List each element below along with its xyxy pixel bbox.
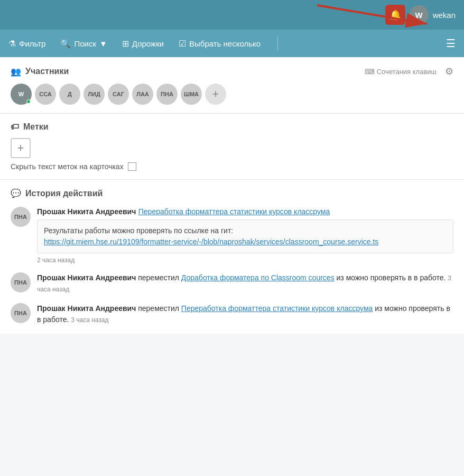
top-bar-right: 🔔 W wekan (385, 5, 456, 25)
member-avatar-ssa[interactable]: ССА (35, 84, 56, 105)
keyboard-icon: ⌨ (365, 68, 375, 76)
menu-button[interactable]: ☰ (446, 37, 456, 50)
activity-section: 💬 История действий ПНА Прошак Никита Анд… (0, 180, 464, 334)
activity-author-3: Прошак Никита Андреевич (37, 304, 136, 313)
labels-section-title: 🏷 Метки (11, 122, 49, 132)
add-member-button[interactable]: + (205, 84, 226, 105)
activity-action2-2: из можно проверять в в работе. (337, 273, 448, 282)
search-label: Поиск (74, 39, 96, 48)
notification-button[interactable]: 🔔 (385, 5, 405, 25)
member-avatar-shma[interactable]: ШМА (181, 84, 202, 105)
keyboard-hint-text: Сочетания клавиш (377, 68, 437, 76)
member-avatar-lid[interactable]: ЛИД (83, 84, 105, 105)
online-indicator (26, 99, 31, 104)
hide-label-text: Скрыть текст меток на карточках (11, 162, 124, 171)
activity-time-1: 2 часа назад (37, 257, 453, 264)
add-label-button[interactable]: + (11, 138, 31, 158)
member-avatar-w[interactable]: W (11, 84, 32, 105)
labels-section: 🏷 Метки + Скрыть текст меток на карточка… (0, 114, 464, 180)
member-avatar-d[interactable]: Д (59, 84, 80, 105)
main-content: 👥 Участники ⌨ Сочетания клавиш ⚙ W ССА Д… (0, 57, 464, 334)
activity-icon: 💬 (11, 188, 21, 198)
hide-label-checkbox[interactable] (128, 162, 136, 171)
lanes-icon: ⊞ (122, 39, 129, 49)
members-section: 👥 Участники ⌨ Сочетания клавиш ⚙ W ССА Д… (0, 57, 464, 114)
members-section-title: 👥 Участники (11, 67, 69, 77)
activity-avatar-2: ПНА (11, 272, 31, 292)
lanes-label: Дорожки (132, 39, 164, 48)
activity-title-text: История действий (25, 189, 103, 198)
activity-card-link-3[interactable]: Переработка форматтера статистики курсов… (181, 304, 373, 313)
activity-content-1: Прошак Никита Андреевич Переработка форм… (37, 207, 453, 264)
select-multiple-button[interactable]: ☑ Выбрать несколько (179, 39, 261, 49)
activity-item-3: ПНА Прошак Никита Андреевич переместил П… (11, 303, 453, 325)
select-multiple-label: Выбрать несколько (189, 39, 261, 48)
members-section-header: 👥 Участники ⌨ Сочетания клавиш ⚙ (11, 66, 453, 77)
member-avatar-sag[interactable]: САГ (108, 84, 129, 105)
activity-item-1: ПНА Прошак Никита Андреевич Переработка … (11, 207, 453, 264)
settings-icon[interactable]: ⚙ (445, 66, 453, 77)
user-avatar-top[interactable]: W (410, 5, 429, 24)
activity-inline-3: Прошак Никита Андреевич переместил Перер… (37, 303, 453, 325)
toolbar-divider (277, 36, 278, 51)
activity-card-link-2[interactable]: Доработка форматера по Classroom cources (181, 273, 335, 282)
toolbar: ⚗ Фильтр 🔍 Поиск ▼ ⊞ Дорожки ☑ Выбрать н… (0, 30, 464, 57)
filter-label: Фильтр (19, 39, 45, 48)
members-icon: 👥 (11, 67, 21, 77)
search-button[interactable]: 🔍 Поиск ▼ (60, 39, 107, 49)
activity-author-1: Прошак Никита Андреевич (37, 207, 136, 216)
search-icon: 🔍 (60, 39, 71, 49)
filter-button[interactable]: ⚗ Фильтр (8, 39, 45, 49)
activity-card-link-1[interactable]: Переработка форматтера статистики курсов… (138, 207, 330, 216)
labels-title-text: Метки (23, 122, 49, 132)
activity-action-3: переместил (138, 304, 181, 313)
labels-icon: 🏷 (11, 122, 19, 132)
activity-action-2: переместил (138, 273, 181, 282)
activity-item-2: ПНА Прошак Никита Андреевич переместил Д… (11, 272, 453, 295)
labels-section-header: 🏷 Метки (11, 122, 453, 132)
member-avatar-pna[interactable]: ПНА (156, 84, 178, 105)
hide-label-row: Скрыть текст меток на карточках (11, 162, 453, 171)
activity-avatar-1: ПНА (11, 207, 31, 227)
select-multiple-icon: ☑ (179, 39, 186, 49)
members-row: W ССА Д ЛИД САГ ЛАА ПНА ШМА + (11, 84, 453, 105)
comment-text-pre: Результаты работы можно проверять по ссы… (44, 226, 233, 235)
activity-content-2: Прошак Никита Андреевич переместил Дораб… (37, 272, 453, 295)
activity-header-1: Прошак Никита Андреевич Переработка форм… (37, 207, 453, 216)
top-bar: 🔔 W wekan (0, 0, 464, 30)
member-avatar-laa[interactable]: ЛАА (132, 84, 153, 105)
keyboard-hint[interactable]: ⌨ Сочетания клавиш (365, 68, 437, 76)
activity-section-title: 💬 История действий (11, 188, 453, 198)
activity-author-2: Прошак Никита Андреевич (37, 273, 136, 282)
activity-inline-2: Прошак Никита Андреевич переместил Дораб… (37, 272, 453, 295)
activity-time-3: 3 часа назад (71, 316, 108, 324)
activity-content-3: Прошак Никита Андреевич переместил Перер… (37, 303, 453, 325)
lanes-button[interactable]: ⊞ Дорожки (122, 39, 164, 49)
comment-link[interactable]: https://git.miem.hse.ru/19109/formatter-… (44, 237, 378, 246)
members-title-text: Участники (25, 67, 69, 76)
activity-comment-box-1: Результаты работы можно проверять по ссы… (37, 219, 453, 253)
filter-icon: ⚗ (8, 39, 16, 49)
user-name-top[interactable]: wekan (433, 11, 456, 20)
activity-avatar-3: ПНА (11, 303, 31, 323)
search-dropdown-icon[interactable]: ▼ (99, 39, 107, 48)
